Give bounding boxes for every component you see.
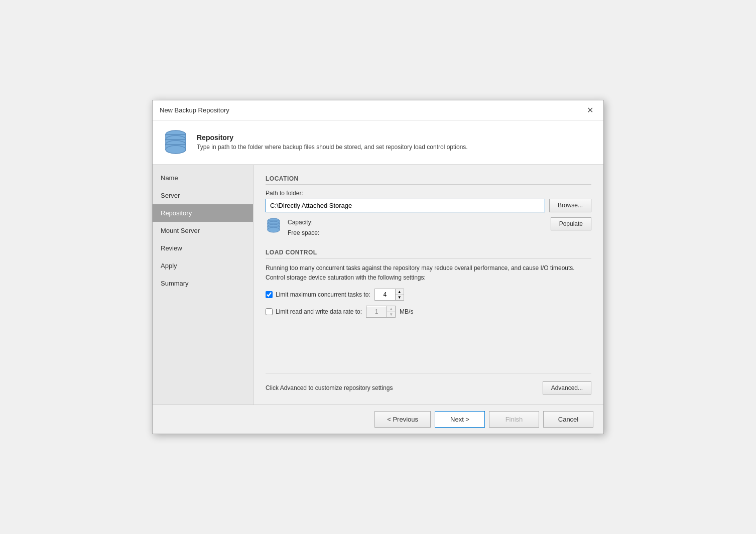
limit-tasks-down-button[interactable]: ▼ bbox=[396, 295, 404, 300]
advanced-text: Click Advanced to customize repository s… bbox=[266, 384, 393, 391]
limit-tasks-checkbox-wrapper: Limit maximum concurrent tasks to: bbox=[266, 291, 370, 298]
rate-unit: MB/s bbox=[400, 308, 413, 315]
limit-tasks-row: Limit maximum concurrent tasks to: ▲ ▼ bbox=[266, 289, 591, 301]
limit-tasks-checkbox[interactable] bbox=[266, 291, 273, 298]
path-row: Browse... bbox=[266, 199, 591, 212]
svg-point-13 bbox=[268, 227, 280, 232]
advanced-button[interactable]: Advanced... bbox=[543, 381, 591, 394]
limit-rate-up-button[interactable]: ▲ bbox=[387, 306, 395, 312]
advanced-row: Click Advanced to customize repository s… bbox=[266, 373, 591, 394]
limit-tasks-up-button[interactable]: ▲ bbox=[396, 289, 404, 295]
header-text: Repository Type in path to the folder wh… bbox=[197, 134, 468, 151]
limit-rate-spinbox: ▲ ▼ bbox=[366, 306, 396, 318]
location-section: Location Path to folder: Browse... bbox=[266, 175, 591, 239]
populate-button[interactable]: Populate bbox=[551, 217, 591, 230]
title-bar: New Backup Repository ✕ bbox=[153, 100, 603, 120]
sidebar-item-name[interactable]: Name bbox=[153, 169, 253, 187]
dialog: New Backup Repository ✕ Repository Type … bbox=[152, 100, 604, 435]
db-icon bbox=[266, 217, 282, 235]
load-control-section: Load control Running too many concurrent… bbox=[266, 249, 591, 318]
limit-rate-checkbox-wrapper: Limit read and write data rate to: bbox=[266, 308, 362, 315]
previous-button[interactable]: < Previous bbox=[374, 411, 431, 428]
capacity-info: Capacity: Free space: bbox=[288, 217, 319, 239]
sidebar-item-server[interactable]: Server bbox=[153, 187, 253, 204]
sidebar-item-repository[interactable]: Repository bbox=[153, 204, 253, 222]
load-desc: Running too many concurrent tasks agains… bbox=[266, 263, 591, 283]
header-section: Repository Type in path to the folder wh… bbox=[153, 120, 603, 165]
limit-rate-spin-buttons: ▲ ▼ bbox=[387, 306, 395, 317]
sidebar-item-summary[interactable]: Summary bbox=[153, 275, 253, 292]
limit-rate-label: Limit read and write data rate to: bbox=[276, 308, 362, 315]
limit-tasks-label: Limit maximum concurrent tasks to: bbox=[276, 291, 370, 298]
limit-rate-down-button[interactable]: ▼ bbox=[387, 312, 395, 317]
limit-rate-row: Limit read and write data rate to: ▲ ▼ M… bbox=[266, 306, 591, 318]
capacity-row: Capacity: Free space: Populate bbox=[266, 217, 591, 239]
browse-button[interactable]: Browse... bbox=[549, 199, 591, 212]
capacity-label: Capacity: bbox=[288, 217, 319, 228]
close-button[interactable]: ✕ bbox=[584, 104, 596, 116]
content-area: Name Server Repository Mount Server Revi… bbox=[153, 165, 603, 405]
dialog-title: New Backup Repository bbox=[160, 106, 229, 114]
sidebar-item-mount-server[interactable]: Mount Server bbox=[153, 222, 253, 239]
next-button[interactable]: Next > bbox=[435, 411, 485, 428]
free-space-label: Free space: bbox=[288, 228, 319, 239]
main-wrapper: Location Path to folder: Browse... bbox=[253, 165, 603, 405]
header-icon bbox=[163, 128, 189, 156]
path-input[interactable] bbox=[266, 199, 545, 212]
cancel-button[interactable]: Cancel bbox=[543, 411, 593, 428]
location-title: Location bbox=[266, 175, 591, 185]
header-description: Type in path to the folder where backup … bbox=[197, 144, 468, 151]
path-label: Path to folder: bbox=[266, 190, 591, 197]
main-content: Location Path to folder: Browse... bbox=[253, 165, 603, 405]
limit-rate-checkbox[interactable] bbox=[266, 308, 273, 315]
svg-point-6 bbox=[166, 146, 186, 154]
limit-tasks-input[interactable] bbox=[375, 290, 395, 300]
spacer bbox=[266, 323, 591, 373]
sidebar-item-apply[interactable]: Apply bbox=[153, 257, 253, 275]
load-control-title: Load control bbox=[266, 249, 591, 258]
finish-button[interactable]: Finish bbox=[489, 411, 539, 428]
footer: < Previous Next > Finish Cancel bbox=[153, 405, 603, 434]
limit-tasks-spin-buttons: ▲ ▼ bbox=[395, 289, 404, 300]
header-title: Repository bbox=[197, 134, 468, 142]
limit-tasks-spinbox: ▲ ▼ bbox=[374, 289, 404, 301]
sidebar: Name Server Repository Mount Server Revi… bbox=[153, 165, 253, 405]
sidebar-item-review[interactable]: Review bbox=[153, 239, 253, 257]
limit-rate-input[interactable] bbox=[366, 307, 387, 317]
